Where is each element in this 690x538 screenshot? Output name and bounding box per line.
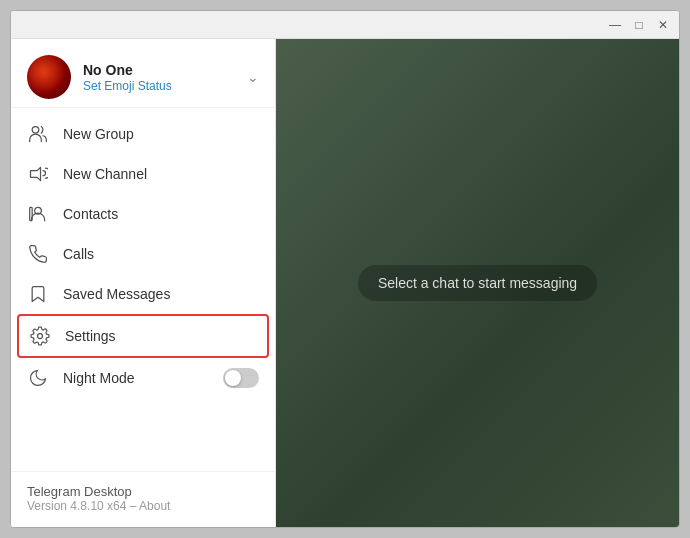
app-window: — □ ✕ No One Set Emoji Status ⌄ — [10, 10, 680, 528]
sidebar: No One Set Emoji Status ⌄ New Group — [11, 39, 276, 527]
profile-status[interactable]: Set Emoji Status — [83, 79, 235, 93]
sidebar-item-contacts-label: Contacts — [63, 206, 259, 222]
sidebar-item-saved-messages-label: Saved Messages — [63, 286, 259, 302]
maximize-button[interactable]: □ — [631, 17, 647, 33]
sidebar-footer: Telegram Desktop Version 4.8.10 x64 – Ab… — [11, 471, 275, 527]
chevron-down-icon[interactable]: ⌄ — [247, 69, 259, 85]
people-icon — [27, 123, 49, 145]
night-mode-toggle[interactable] — [223, 368, 259, 388]
content-area: No One Set Emoji Status ⌄ New Group — [11, 39, 679, 527]
close-button[interactable]: ✕ — [655, 17, 671, 33]
gear-icon — [29, 325, 51, 347]
sidebar-item-saved-messages[interactable]: Saved Messages — [11, 274, 275, 314]
sidebar-item-new-group[interactable]: New Group — [11, 114, 275, 154]
sidebar-item-settings-label: Settings — [65, 328, 257, 344]
sidebar-item-settings[interactable]: Settings — [17, 314, 269, 358]
sidebar-item-calls[interactable]: Calls — [11, 234, 275, 274]
main-chat-area: Select a chat to start messaging — [276, 39, 679, 527]
sidebar-item-contacts[interactable]: Contacts — [11, 194, 275, 234]
avatar — [27, 55, 71, 99]
moon-icon — [27, 367, 49, 389]
app-name-label: Telegram Desktop — [27, 484, 259, 499]
sidebar-item-calls-label: Calls — [63, 246, 259, 262]
empty-chat-message: Select a chat to start messaging — [358, 265, 597, 301]
svg-point-0 — [32, 127, 39, 134]
profile-info: No One Set Emoji Status — [83, 61, 235, 93]
profile-section[interactable]: No One Set Emoji Status ⌄ — [11, 39, 275, 108]
sidebar-item-new-channel[interactable]: New Channel — [11, 154, 275, 194]
titlebar: — □ ✕ — [11, 11, 679, 39]
minimize-button[interactable]: — — [607, 17, 623, 33]
sidebar-item-night-mode[interactable]: Night Mode — [11, 358, 275, 398]
svg-point-3 — [38, 334, 43, 339]
channel-icon — [27, 163, 49, 185]
phone-icon — [27, 243, 49, 265]
sidebar-item-new-group-label: New Group — [63, 126, 259, 142]
sidebar-item-new-channel-label: New Channel — [63, 166, 259, 182]
profile-name: No One — [83, 61, 235, 79]
contact-icon — [27, 203, 49, 225]
menu-list: New Group New Channel Contacts — [11, 108, 275, 471]
version-label: Version 4.8.10 x64 – About — [27, 499, 259, 513]
sidebar-item-night-mode-label: Night Mode — [63, 370, 209, 386]
bookmark-icon — [27, 283, 49, 305]
